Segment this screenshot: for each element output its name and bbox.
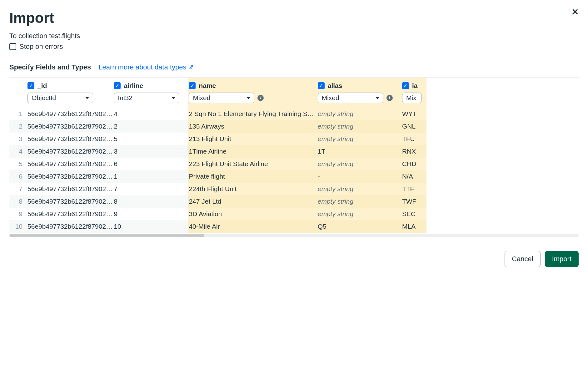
table-row: 856e9b497732b6122f87902878247 Jet Ltdemp…	[9, 195, 426, 208]
col-header-airline: ✓ airline Int32	[113, 78, 188, 108]
preview-table: ✓ _id ObjectId ✓ airline	[9, 78, 426, 233]
row-number: 5	[9, 158, 27, 170]
learn-more-link[interactable]: Learn more about data types	[98, 63, 193, 71]
col-id-type: ObjectId	[32, 94, 56, 102]
cell-alias: 1T	[317, 145, 401, 158]
col-name-type-select[interactable]: Mixed	[189, 93, 254, 103]
cell-alias: empty string	[317, 208, 401, 220]
cell-airline: 7	[113, 183, 188, 195]
cell-alias: Q5	[317, 220, 401, 233]
col-name-checkbox[interactable]: ✓	[189, 82, 196, 89]
cell-airline: 10	[113, 220, 188, 233]
table-row: 1056e9b497732b6122f87902891040-Mile AirQ…	[9, 220, 426, 233]
horizontal-scrollbar[interactable]	[9, 234, 579, 237]
col-airline-type: Int32	[118, 94, 132, 102]
col-alias-label: alias	[328, 82, 342, 89]
col-header-alias: ✓ alias Mixed i	[317, 78, 401, 108]
cell-id: 56e9b497732b6122f8790283	[27, 145, 113, 158]
info-icon[interactable]: i	[386, 95, 393, 101]
page-title: Import	[9, 9, 579, 26]
table-row: 556e9b497732b6122f87902846223 Flight Uni…	[9, 158, 426, 170]
table-row: 456e9b497732b6122f879028331Time Airline1…	[9, 145, 426, 158]
chevron-down-icon	[376, 97, 379, 99]
col-alias-checkbox[interactable]: ✓	[318, 82, 325, 89]
table-row: 656e9b497732b6122f87902851Private flight…	[9, 170, 426, 183]
scrollbar-thumb[interactable]	[9, 234, 204, 237]
col-header-name: ✓ name Mixed i	[188, 78, 317, 108]
cell-name: 223 Flight Unit State Airline	[188, 158, 317, 170]
cell-iata: CHD	[401, 158, 426, 170]
chevron-down-icon	[85, 97, 89, 99]
col-airline-checkbox[interactable]: ✓	[114, 82, 121, 89]
col-name-label: name	[199, 82, 216, 89]
cell-alias: -	[317, 170, 401, 183]
cell-id: 56e9b497732b6122f8790282	[27, 133, 113, 145]
external-link-icon	[188, 63, 193, 71]
empty-string-label: empty string	[318, 185, 353, 192]
cell-name: 2 Sqn No 1 Elementary Flying Training Sc…	[188, 108, 317, 120]
cell-name: 135 Airways	[188, 120, 317, 133]
col-id-type-select[interactable]: ObjectId	[27, 93, 93, 103]
cell-iata: RNX	[401, 145, 426, 158]
cell-name: 1Time Airline	[188, 145, 317, 158]
row-number: 7	[9, 183, 27, 195]
cell-iata: N/A	[401, 170, 426, 183]
row-number: 9	[9, 208, 27, 220]
cell-alias: empty string	[317, 158, 401, 170]
close-icon[interactable]: ✕	[571, 7, 579, 17]
col-iata-type-select[interactable]: Mix	[402, 93, 421, 103]
empty-string-label: empty string	[318, 110, 353, 117]
svg-line-0	[190, 65, 192, 68]
cell-airline: 9	[113, 208, 188, 220]
col-header-id: ✓ _id ObjectId	[27, 78, 113, 108]
cell-iata: MLA	[401, 220, 426, 233]
empty-string-label: empty string	[318, 210, 353, 217]
learn-more-text: Learn more about data types	[98, 63, 186, 71]
cell-alias: empty string	[317, 120, 401, 133]
cell-name: Private flight	[188, 170, 317, 183]
preview-table-wrap: ✓ _id ObjectId ✓ airline	[9, 77, 579, 237]
col-airline-type-select[interactable]: Int32	[114, 93, 179, 103]
row-number: 2	[9, 120, 27, 133]
cell-name: 213 Flight Unit	[188, 133, 317, 145]
info-icon[interactable]: i	[257, 95, 264, 101]
col-iata-checkbox[interactable]: ✓	[402, 82, 409, 89]
cell-name: 3D Aviation	[188, 208, 317, 220]
col-iata-label: ia	[412, 82, 418, 89]
cell-iata: WYT	[401, 108, 426, 120]
col-alias-type-select[interactable]: Mixed	[318, 93, 383, 103]
col-name-type: Mixed	[193, 94, 210, 102]
import-button[interactable]: Import	[545, 251, 579, 267]
cell-id: 56e9b497732b6122f8790281	[27, 120, 113, 133]
row-number: 10	[9, 220, 27, 233]
row-number: 3	[9, 133, 27, 145]
cell-name: 40-Mile Air	[188, 220, 317, 233]
destination-label: To collection test.flights	[9, 32, 579, 40]
cancel-button[interactable]: Cancel	[505, 251, 540, 267]
cell-id: 56e9b497732b6122f8790285	[27, 170, 113, 183]
col-airline-label: airline	[124, 82, 143, 89]
cell-airline: 8	[113, 195, 188, 208]
cell-alias: empty string	[317, 183, 401, 195]
header-row: ✓ _id ObjectId ✓ airline	[9, 78, 426, 108]
table-row: 956e9b497732b6122f879028893D Aviationemp…	[9, 208, 426, 220]
cell-airline: 1	[113, 170, 188, 183]
chevron-down-icon	[172, 97, 175, 99]
col-id-checkbox[interactable]: ✓	[27, 82, 34, 89]
cell-id: 56e9b497732b6122f8790284	[27, 158, 113, 170]
col-iata-type: Mix	[406, 94, 416, 102]
specify-fields-label: Specify Fields and Types	[9, 63, 91, 71]
cell-id: 56e9b497732b6122f8790286	[27, 183, 113, 195]
cell-id: 56e9b497732b6122f8790289	[27, 220, 113, 233]
stop-on-errors-label: Stop on errors	[19, 43, 63, 51]
destination-prefix: To collection	[9, 32, 49, 40]
empty-string-label: empty string	[318, 123, 353, 130]
table-row: 256e9b497732b6122f87902812135 Airwaysemp…	[9, 120, 426, 133]
cell-id: 56e9b497732b6122f8790288	[27, 208, 113, 220]
cell-alias: empty string	[317, 133, 401, 145]
cell-airline: 2	[113, 120, 188, 133]
cell-airline: 3	[113, 145, 188, 158]
table-row: 756e9b497732b6122f87902867224th Flight U…	[9, 183, 426, 195]
stop-on-errors-checkbox[interactable]	[9, 43, 16, 50]
table-row: 156e9b497732b6122f879028042 Sqn No 1 Ele…	[9, 108, 426, 120]
